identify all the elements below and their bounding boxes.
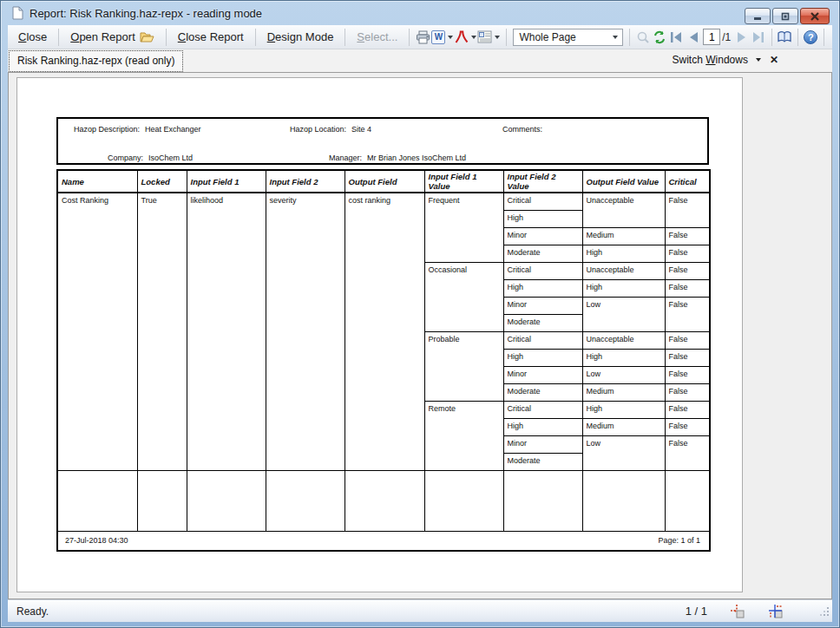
separator bbox=[58, 29, 59, 46]
document-icon bbox=[10, 6, 24, 20]
switch-windows-dropdown-icon bbox=[756, 58, 761, 62]
column-header: Locked bbox=[137, 170, 187, 193]
switch-windows-button[interactable]: Switch Windows bbox=[672, 54, 760, 66]
cell-input-field-1: likelihood bbox=[187, 193, 266, 470]
cell-critical: False bbox=[665, 331, 710, 349]
close-window-button[interactable] bbox=[800, 8, 830, 24]
cell-input-field-2-value: High bbox=[503, 279, 582, 297]
separator bbox=[797, 29, 798, 46]
last-page-icon[interactable] bbox=[750, 29, 766, 46]
open-folder-icon bbox=[140, 29, 154, 44]
pdf-dropdown-icon[interactable] bbox=[471, 36, 476, 39]
export-word-icon[interactable]: W bbox=[431, 30, 445, 44]
resize-grip-icon[interactable] bbox=[819, 606, 830, 620]
open-report-button[interactable]: Open Report bbox=[63, 27, 161, 47]
cell-critical: False bbox=[665, 383, 710, 401]
column-header: Output Field Value bbox=[582, 170, 665, 193]
separator bbox=[409, 29, 410, 46]
cell-input-field-2-value: Minor bbox=[503, 366, 582, 383]
table-footer-row: 27-Jul-2018 04:30Page: 1 of 1 bbox=[57, 531, 710, 551]
tab-risk-ranking[interactable]: Risk Ranking.haz-repx (read only) bbox=[9, 50, 183, 72]
cell-input-field-2-value: High bbox=[503, 349, 582, 366]
column-header: Critical bbox=[665, 170, 710, 193]
close-button[interactable]: Close bbox=[11, 28, 54, 46]
help-icon[interactable]: ? bbox=[803, 29, 819, 46]
cell-critical: False bbox=[665, 262, 710, 279]
cell-empty bbox=[665, 470, 710, 531]
cell-input-field-2-value: Critical bbox=[503, 262, 582, 279]
cell-input-field-2-value: Minor bbox=[503, 227, 582, 245]
zoom-value: Whole Page bbox=[519, 31, 575, 43]
separator bbox=[345, 29, 345, 46]
cell-empty bbox=[424, 470, 503, 531]
export-pdf-icon[interactable] bbox=[454, 29, 469, 44]
close-tab-icon[interactable]: ✕ bbox=[770, 54, 778, 66]
status-page-indicator: 1 / 1 bbox=[686, 605, 707, 618]
column-header: Input Field 1 bbox=[187, 170, 266, 193]
cell-input-field-1-value: Remote bbox=[424, 401, 503, 470]
cell-critical: False bbox=[665, 193, 710, 227]
cell-input-field-2-value: High bbox=[503, 418, 582, 435]
status-bar: Ready. 1 / 1 bbox=[8, 599, 832, 622]
page-number-input[interactable] bbox=[703, 29, 720, 45]
cell-output-field-value: High bbox=[582, 279, 665, 297]
refresh-icon[interactable] bbox=[652, 29, 668, 46]
cell-output-field-value: Low bbox=[582, 366, 665, 383]
print-icon[interactable] bbox=[416, 29, 430, 44]
first-page-icon[interactable] bbox=[668, 29, 685, 46]
cell-empty bbox=[137, 470, 187, 531]
report-page-count: Page: 1 of 1 bbox=[658, 536, 700, 545]
report-table: NameLockedInput Field 1Input Field 2Outp… bbox=[56, 169, 711, 552]
zoom-combobox[interactable]: Whole Page bbox=[513, 29, 623, 46]
cell-input-field-2-value: Moderate bbox=[503, 245, 582, 262]
select-button[interactable]: Select... bbox=[350, 28, 404, 46]
cell-input-field-2-value: Minor bbox=[503, 435, 582, 453]
tab-strip: Risk Ranking.haz-repx (read only) Switch… bbox=[8, 49, 832, 72]
title-bar: Report: Risk Ranking.haz-repx - reading … bbox=[1, 1, 839, 25]
minimize-button[interactable] bbox=[745, 8, 771, 24]
report-info-box: Hazop Description:Heat Exchanger Hazop L… bbox=[56, 117, 709, 165]
cell-output-field-value: Medium bbox=[582, 383, 665, 401]
cell-critical: False bbox=[665, 418, 710, 435]
cell-output-field-value: Medium bbox=[582, 227, 665, 245]
cell-critical: False bbox=[665, 366, 710, 383]
design-mode-button[interactable]: Design Mode bbox=[260, 28, 341, 46]
separator bbox=[629, 29, 630, 46]
cell-input-field-1-value: Occasional bbox=[424, 262, 503, 331]
cell-output-field-value: Unacceptable bbox=[582, 331, 665, 349]
print-preview-icon[interactable] bbox=[634, 29, 651, 46]
cell-output-field: cost ranking bbox=[345, 193, 424, 470]
cell-input-field-2-value: Moderate bbox=[503, 453, 582, 470]
column-header: Output Field bbox=[345, 170, 424, 193]
cell-critical: False bbox=[665, 435, 710, 470]
footer-cell: 27-Jul-2018 04:30Page: 1 of 1 bbox=[57, 531, 710, 551]
export-text-icon[interactable] bbox=[477, 29, 492, 44]
hazop-location-field: Hazop Location:Site 4 bbox=[290, 125, 371, 134]
snap-margin-icon[interactable] bbox=[768, 604, 784, 619]
word-dropdown-icon[interactable] bbox=[448, 36, 453, 39]
next-page-icon[interactable] bbox=[733, 29, 750, 46]
cell-output-field-value: High bbox=[582, 349, 665, 366]
table-row: Cost RankingTruelikelihoodseveritycost r… bbox=[57, 193, 710, 210]
previous-page-icon[interactable] bbox=[685, 29, 701, 46]
app-window: Report: Risk Ranking.haz-repx - reading … bbox=[0, 0, 840, 628]
separator bbox=[506, 29, 507, 46]
combo-dropdown-icon bbox=[613, 36, 618, 39]
cell-input-field-2-value: High bbox=[503, 210, 582, 227]
report-viewport: Hazop Description:Heat Exchanger Hazop L… bbox=[8, 72, 832, 599]
book-icon[interactable] bbox=[777, 29, 793, 46]
cell-input-field-2-value: Minor bbox=[503, 297, 582, 314]
column-header: Input Field 1 Value bbox=[424, 170, 503, 193]
snap-position-icon[interactable] bbox=[730, 604, 745, 619]
table-header-row: NameLockedInput Field 1Input Field 2Outp… bbox=[57, 170, 710, 193]
column-header: Name bbox=[57, 170, 137, 193]
cell-input-field-1-value: Frequent bbox=[424, 193, 503, 262]
cell-input-field-2-value: Moderate bbox=[503, 314, 582, 331]
text-dropdown-icon[interactable] bbox=[495, 36, 500, 39]
report-page: Hazop Description:Heat Exchanger Hazop L… bbox=[16, 77, 743, 592]
close-report-button[interactable]: Close Report bbox=[171, 28, 251, 46]
main-toolbar: Close Open Report Close Report Design Mo… bbox=[8, 25, 832, 49]
cell-critical: False bbox=[665, 279, 710, 297]
restore-button[interactable] bbox=[772, 8, 798, 24]
cell-output-field-value: Low bbox=[582, 435, 665, 470]
